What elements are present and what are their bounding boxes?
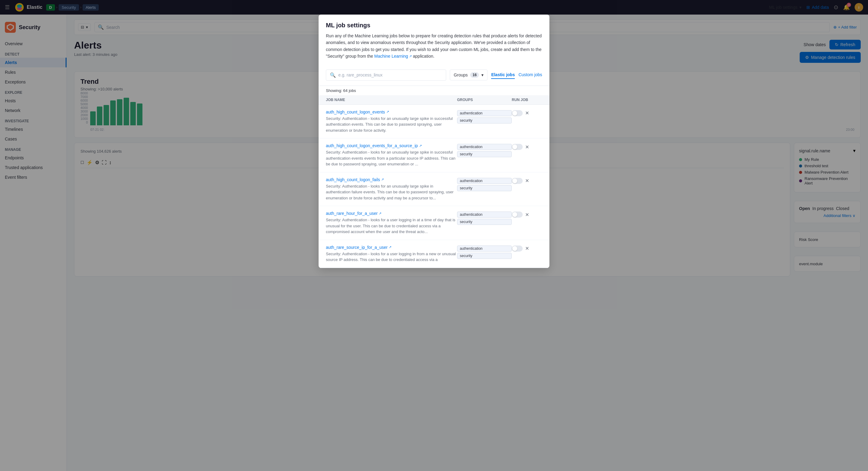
job-tags-4: authentication security <box>457 211 512 225</box>
modal-jobs-table: auth_high_count_logon_events ↗ Security:… <box>318 105 550 268</box>
job-ext-link-icon-5: ↗ <box>389 245 392 249</box>
job-ext-link-icon-1: ↗ <box>386 110 389 114</box>
job-tags-2: authentication security <box>457 143 512 157</box>
job-desc-5: Security: Authentication - looks for a u… <box>326 251 457 263</box>
modal-description: Run any of the Machine Learning jobs bel… <box>326 32 542 60</box>
job-tags-5: authentication security <box>457 245 512 259</box>
modal-toolbar: 🔍 Groups 16 ▾ Elastic jobs Custom jobs <box>318 65 550 86</box>
run-job-col-2: ✕ <box>512 143 542 150</box>
job-desc-1: Security: Authentication - looks for an … <box>326 115 457 134</box>
job-toggle-2[interactable] <box>512 144 523 150</box>
table-row: auth_high_count_logon_events_for_a_sourc… <box>318 138 550 172</box>
groups-label: Groups <box>454 72 468 77</box>
job-tags-3: authentication security <box>457 177 512 191</box>
job-ext-link-icon-2: ↗ <box>419 144 422 148</box>
modal-search-icon: 🔍 <box>330 72 336 78</box>
run-job-col-5: ✕ <box>512 245 542 251</box>
job-close-4[interactable]: ✕ <box>525 212 529 217</box>
job-tag-auth-1[interactable]: authentication <box>457 110 512 116</box>
modal-title: ML job settings <box>326 22 542 29</box>
job-tag-auth-5[interactable]: authentication <box>457 245 512 251</box>
col-header-run-job: Run job <box>512 98 542 102</box>
job-toggle-5[interactable] <box>512 245 523 251</box>
run-job-col-1: ✕ <box>512 109 542 116</box>
job-tag-sec-5[interactable]: security <box>457 253 512 259</box>
modal-table-header: Job name Groups Run job <box>318 95 550 105</box>
job-ext-link-icon-4: ↗ <box>379 211 381 215</box>
job-desc-3: Security: Authentication - looks for an … <box>326 183 457 201</box>
groups-chevron-icon: ▾ <box>482 72 484 77</box>
job-tag-sec-3[interactable]: security <box>457 185 512 191</box>
table-row: auth_high_count_logon_fails ↗ Security: … <box>318 172 550 206</box>
ml-link[interactable]: Machine Learning ↗ <box>374 53 411 60</box>
groups-count-badge: 16 <box>470 72 479 78</box>
job-close-5[interactable]: ✕ <box>525 245 529 251</box>
modal-header: ML job settings Run any of the Machine L… <box>318 14 550 65</box>
job-close-2[interactable]: ✕ <box>525 144 529 150</box>
modal-showing: Showing: 64 jobs <box>318 86 550 95</box>
job-toggle-4[interactable] <box>512 211 523 217</box>
external-link-icon: ↗ <box>409 54 412 59</box>
job-name-4[interactable]: auth_rare_hour_for_a_user ↗ <box>326 211 457 216</box>
job-tag-sec-4[interactable]: security <box>457 219 512 225</box>
col-header-job-name: Job name <box>326 98 457 102</box>
col-header-groups: Groups <box>457 98 512 102</box>
ml-link-text: Machine Learning <box>374 53 408 60</box>
tab-elastic-jobs[interactable]: Elastic jobs <box>491 71 515 79</box>
modal-search-input[interactable] <box>338 72 442 77</box>
job-close-1[interactable]: ✕ <box>525 110 529 116</box>
job-name-5[interactable]: auth_rare_source_ip_for_a_user ↗ <box>326 245 457 250</box>
modal-desc-end: application. <box>413 54 435 59</box>
modal-overlay[interactable]: ML job settings Run any of the Machine L… <box>0 0 868 471</box>
tab-custom-jobs[interactable]: Custom jobs <box>519 71 542 79</box>
table-row: auth_rare_source_ip_for_a_user ↗ Securit… <box>318 240 550 268</box>
job-tag-sec-2[interactable]: security <box>457 151 512 157</box>
ml-job-settings-modal: ML job settings Run any of the Machine L… <box>318 14 550 268</box>
run-job-col-4: ✕ <box>512 211 542 217</box>
job-desc-4: Security: Authentication - looks for a u… <box>326 217 457 235</box>
job-tag-auth-2[interactable]: authentication <box>457 144 512 150</box>
job-ext-link-icon-3: ↗ <box>381 177 384 181</box>
run-job-col-3: ✕ <box>512 177 542 184</box>
job-name-2[interactable]: auth_high_count_logon_events_for_a_sourc… <box>326 143 457 148</box>
job-name-3[interactable]: auth_high_count_logon_fails ↗ <box>326 177 457 182</box>
job-tag-auth-3[interactable]: authentication <box>457 178 512 184</box>
job-desc-2: Security: Authentication - looks for an … <box>326 149 457 167</box>
modal-search-field[interactable]: 🔍 <box>326 69 446 81</box>
job-tags-1: authentication security <box>457 109 512 124</box>
table-row: auth_high_count_logon_events ↗ Security:… <box>318 105 550 139</box>
job-close-3[interactable]: ✕ <box>525 178 529 183</box>
job-tag-sec-1[interactable]: security <box>457 117 512 124</box>
job-toggle-1[interactable] <box>512 110 523 116</box>
groups-dropdown[interactable]: Groups 16 ▾ <box>450 69 488 80</box>
job-name-1[interactable]: auth_high_count_logon_events ↗ <box>326 109 457 114</box>
job-tag-auth-4[interactable]: authentication <box>457 211 512 217</box>
table-row: auth_rare_hour_for_a_user ↗ Security: Au… <box>318 206 550 240</box>
job-toggle-3[interactable] <box>512 178 523 184</box>
